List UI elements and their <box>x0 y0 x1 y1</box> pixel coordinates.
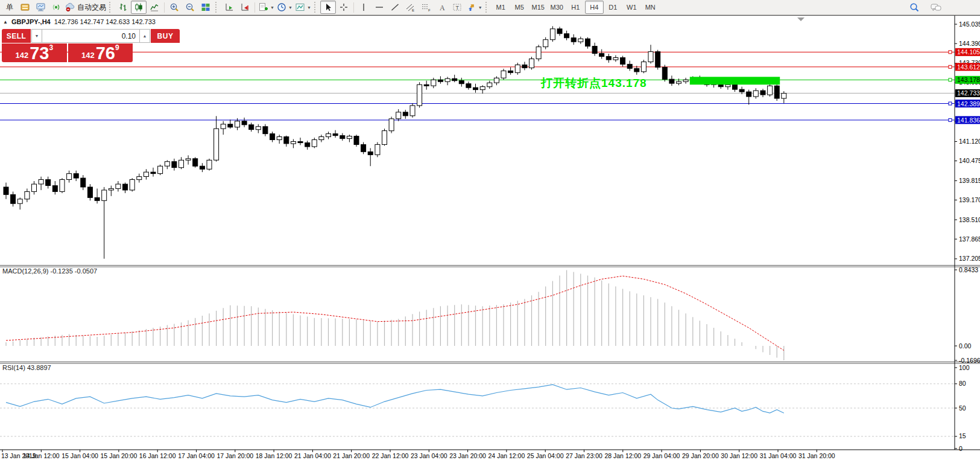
candles-icon <box>134 2 144 12</box>
price-axis[interactable]: 145.035144.390143.730143.085142.440141.7… <box>955 21 980 263</box>
level-handle[interactable] <box>949 78 952 81</box>
time-tick-label: 17 Jan 04:00 <box>178 452 215 459</box>
candlestick-chart-button[interactable] <box>131 1 147 14</box>
level-handle[interactable] <box>949 65 952 68</box>
toolbar-separator <box>254 2 255 13</box>
svg-text:100: 100 <box>959 364 970 371</box>
zoom-out-button[interactable] <box>182 1 198 14</box>
chart-title: ▲ GBPJPY-,H4 142.736 142.747 142.633 142… <box>3 18 156 25</box>
candle <box>550 26 555 42</box>
sell-price[interactable]: 142 73 3 <box>2 43 67 62</box>
price-tick-label: 139.170 <box>959 196 980 203</box>
auto-scroll-button[interactable] <box>221 1 237 14</box>
timeframe-mn-button[interactable]: MN <box>641 1 660 14</box>
tile-windows-button[interactable] <box>198 1 213 14</box>
svg-text:144.105: 144.105 <box>957 48 980 56</box>
text-button[interactable]: A <box>434 1 450 14</box>
zoom-in-button[interactable] <box>166 1 182 14</box>
fibonacci-button[interactable]: F <box>419 1 434 14</box>
volume-increase-button[interactable]: ▲ <box>139 29 150 43</box>
timeframe-h4-button[interactable]: H4 <box>585 1 604 14</box>
level-handle[interactable] <box>949 118 952 121</box>
candle <box>60 178 65 193</box>
dropdown-caret-icon[interactable]: ▼ <box>307 5 311 10</box>
svg-text:0.00: 0.00 <box>959 342 972 350</box>
chart-shift-button[interactable] <box>237 1 253 14</box>
arrows-button[interactable]: ▼ <box>466 1 484 14</box>
crosshair-button[interactable] <box>336 1 352 14</box>
periods-button[interactable]: ▼ <box>276 1 294 14</box>
dropdown-caret-icon[interactable]: ▼ <box>478 5 482 10</box>
candle <box>487 81 492 89</box>
zoom-out-icon <box>185 2 195 12</box>
candle <box>515 63 520 75</box>
candle <box>95 188 100 203</box>
volume-input[interactable] <box>42 29 139 43</box>
toolbar-grip <box>215 2 219 13</box>
line-chart-button[interactable] <box>147 1 162 14</box>
time-tick-label: 29 Jan 20:00 <box>682 452 719 459</box>
timeframe-h1-button[interactable]: H1 <box>566 1 585 14</box>
auto-trading-button[interactable]: 自动交易 <box>64 1 107 14</box>
chat-button[interactable] <box>928 1 944 14</box>
vertical-line-button[interactable] <box>356 1 371 14</box>
channel-button[interactable]: E <box>403 1 419 14</box>
volume-stepper: ▼ ▲ <box>31 29 150 43</box>
buy-price-pips: 76 <box>96 45 115 62</box>
clock-icon <box>277 2 286 12</box>
horizontal-line-button[interactable] <box>371 1 387 14</box>
templates-button[interactable]: ▼ <box>294 1 312 14</box>
chart-window-button[interactable] <box>17 1 33 14</box>
candle <box>123 183 128 193</box>
macd-histogram <box>6 270 784 360</box>
timeframe-d1-button[interactable]: D1 <box>604 1 622 14</box>
highlight-zone[interactable] <box>690 77 780 85</box>
timeframe-m5-button[interactable]: M5 <box>510 1 529 14</box>
svg-text:0.8433: 0.8433 <box>959 266 978 273</box>
bar-chart-button[interactable] <box>115 1 131 14</box>
sell-button[interactable]: SELL <box>2 29 31 43</box>
search-button[interactable] <box>906 1 922 14</box>
timeframe-w1-button[interactable]: W1 <box>622 1 641 14</box>
cursor-button[interactable] <box>320 1 336 14</box>
monitor-icon <box>36 2 46 12</box>
indicators-button[interactable]: ▼ <box>257 1 276 14</box>
new-chart-button[interactable] <box>33 1 48 14</box>
one-click-trade-panel: SELL ▼ ▲ BUY 142 73 3 142 76 9 <box>2 29 133 63</box>
candle <box>613 56 618 62</box>
candle <box>263 124 268 136</box>
candle <box>284 136 289 147</box>
candle <box>606 54 611 63</box>
candle <box>39 177 43 190</box>
data-window-button[interactable] <box>48 1 64 14</box>
time-tick-label: 24 Jan 12:00 <box>488 452 525 459</box>
time-axis[interactable]: 13 Jan 201914 Jan 12:0015 Jan 04:0015 Ja… <box>1 450 835 459</box>
dropdown-caret-icon[interactable]: ▼ <box>270 5 274 10</box>
zoom-in-icon <box>169 2 180 12</box>
candle <box>298 138 303 145</box>
price-tick-label: 137.865 <box>959 235 980 243</box>
trendline-button[interactable] <box>387 1 403 14</box>
dropdown-caret-icon[interactable]: ▼ <box>288 5 292 10</box>
channel-icon: E <box>405 2 416 12</box>
candle <box>144 169 148 179</box>
timeframe-m30-button[interactable]: M30 <box>548 1 566 14</box>
level-handle[interactable] <box>949 102 952 105</box>
rsi-axis: 1008050150 <box>955 364 970 452</box>
time-tick-label: 21 Jan 20:00 <box>333 452 370 459</box>
timeframe-m1-button[interactable]: M1 <box>492 1 510 14</box>
buy-price[interactable]: 142 76 9 <box>68 43 133 62</box>
label-button[interactable]: T <box>450 1 466 14</box>
chart-shift-marker-icon[interactable] <box>797 18 805 21</box>
symbol-timeframe-label: GBPJPY-,H4 <box>11 18 51 25</box>
candle <box>228 120 233 129</box>
new-order-button[interactable]: 单 <box>1 1 17 14</box>
timeframe-m15-button[interactable]: M15 <box>529 1 548 14</box>
candle <box>431 78 436 88</box>
level-handle[interactable] <box>949 51 952 54</box>
candle <box>768 84 773 97</box>
chat-icon <box>930 2 942 13</box>
volume-decrease-button[interactable]: ▼ <box>31 29 42 43</box>
buy-button[interactable]: BUY <box>151 29 180 43</box>
collapse-trade-panel-icon[interactable]: ▲ <box>3 19 8 25</box>
